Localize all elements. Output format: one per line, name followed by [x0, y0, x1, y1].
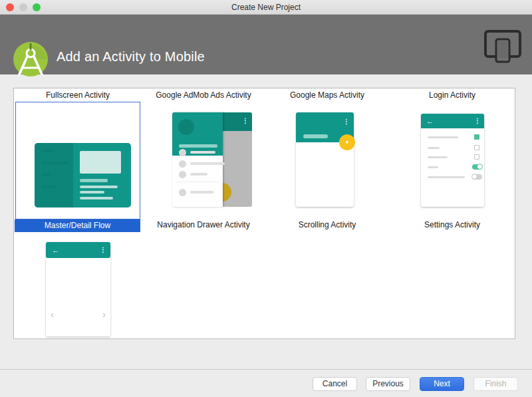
- mobile-tablet-icon: [483, 29, 522, 64]
- next-button[interactable]: Next: [420, 377, 464, 391]
- master-detail-flow-thumbnail: [35, 143, 131, 207]
- avatar: [178, 119, 194, 135]
- toggle-on-icon: [472, 164, 482, 170]
- template-label-login-activity[interactable]: Login Activity: [390, 90, 515, 100]
- finish-button: Finish: [473, 377, 518, 391]
- template-cell-settings-activity[interactable]: ← ⋮: [421, 114, 484, 207]
- template-cell-tabbed-activity[interactable]: ← ⋮ ‹ ›: [46, 242, 110, 336]
- template-label-settings-activity[interactable]: Settings Activity: [390, 220, 515, 229]
- template-cell-master-detail-flow[interactable]: [15, 102, 140, 219]
- checkbox-unchecked-icon: [474, 154, 479, 160]
- template-label-scrolling-activity[interactable]: Scrolling Activity: [265, 220, 390, 229]
- template-label-google-admob-ads-activity[interactable]: Google AdMob Ads Activity: [141, 90, 266, 100]
- back-arrow-icon: ←: [52, 247, 59, 254]
- window-titlebar: Create New Project: [0, 0, 532, 15]
- wizard-step-title: Add an Activity to Mobile: [57, 49, 205, 65]
- template-cell-scrolling-activity[interactable]: ⋮ ✦: [296, 112, 354, 207]
- footer-divider: [0, 369, 532, 370]
- template-label-navigation-drawer-activity[interactable]: Navigation Drawer Activity: [141, 220, 266, 229]
- master-detail-list-pane: [35, 143, 73, 207]
- template-cell-navigation-drawer-activity[interactable]: ⋮: [172, 112, 252, 207]
- previous-button[interactable]: Previous: [366, 377, 410, 391]
- navigation-drawer-panel: [172, 112, 223, 207]
- toggle-off-icon: [472, 174, 482, 180]
- overflow-menu-icon: ⋮: [343, 118, 350, 125]
- selected-template-label[interactable]: Master/Detail Flow: [15, 219, 140, 232]
- overflow-menu-icon: ⋮: [474, 118, 481, 124]
- chevron-left-icon: ‹: [51, 309, 54, 320]
- fab-icon: [221, 183, 231, 201]
- chevron-right-icon: ›: [102, 309, 106, 320]
- activity-template-gallery[interactable]: Fullscreen Activity Google AdMob Ads Act…: [13, 88, 515, 339]
- checkbox-checked-icon: [474, 134, 479, 140]
- master-detail-image-placeholder: [80, 151, 121, 174]
- fab-icon: ✦: [339, 134, 355, 150]
- checkbox-unchecked-icon: [474, 145, 479, 150]
- template-label-google-maps-activity[interactable]: Google Maps Activity: [265, 90, 390, 100]
- cancel-button[interactable]: Cancel: [313, 377, 357, 391]
- navigation-drawer-background-screen: ⋮: [221, 112, 252, 207]
- overflow-menu-icon: ⋮: [242, 118, 249, 124]
- window-title: Create New Project: [0, 3, 532, 12]
- android-studio-logo-icon: [13, 41, 49, 77]
- overflow-menu-icon: ⋮: [100, 247, 106, 253]
- wizard-header: Add an Activity to Mobile: [0, 15, 532, 74]
- template-label-fullscreen-activity[interactable]: Fullscreen Activity: [15, 90, 140, 100]
- back-arrow-icon: ←: [426, 118, 434, 125]
